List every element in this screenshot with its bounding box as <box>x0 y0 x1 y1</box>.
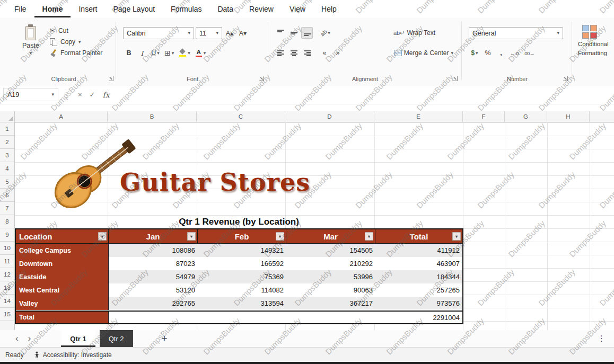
enter-button[interactable]: ✓ <box>86 91 99 99</box>
comma-style-button[interactable]: , <box>495 47 507 59</box>
add-sheet-button[interactable]: + <box>162 333 168 344</box>
column-header-c[interactable]: C <box>197 111 285 122</box>
row-header-15[interactable]: 15 <box>0 308 14 321</box>
align-left-button[interactable] <box>275 47 286 59</box>
value-cell[interactable]: 210292 <box>286 257 375 270</box>
value-cell[interactable]: 463907 <box>375 257 462 270</box>
decrease-font-size-button[interactable]: A▾ <box>237 28 249 39</box>
value-cell[interactable]: 411912 <box>375 244 462 257</box>
location-cell[interactable]: Downtown <box>16 257 109 270</box>
wrap-text-button[interactable]: ab↵ Wrap Text <box>393 27 435 39</box>
row-header-14[interactable]: 14 <box>0 295 14 308</box>
row-header-4[interactable]: 4 <box>0 162 14 175</box>
value-cell[interactable]: 257265 <box>375 283 462 297</box>
tab-strip-more-icon[interactable]: ⋮ <box>598 334 606 343</box>
total-label-cell[interactable]: Total <box>16 312 109 323</box>
value-cell[interactable]: 367217 <box>286 297 375 310</box>
value-cell[interactable]: 53996 <box>286 270 375 283</box>
cut-button[interactable]: ✂ Cut <box>50 27 102 34</box>
value-cell[interactable]: 166592 <box>198 257 286 270</box>
increase-indent-button[interactable]: » <box>332 47 344 59</box>
mar-filter-button[interactable]: ▾ <box>365 232 373 241</box>
name-box[interactable]: A19 ▾ <box>3 88 58 101</box>
bold-button[interactable]: B <box>123 47 135 59</box>
accounting-format-button[interactable]: $ ▾ <box>469 47 480 59</box>
format-painter-button[interactable]: Format Painter <box>50 49 102 57</box>
column-header-partial[interactable] <box>590 111 614 122</box>
location-cell[interactable]: Valley <box>16 297 109 310</box>
tab-view[interactable]: View <box>282 0 313 17</box>
align-bottom-button[interactable] <box>301 27 313 39</box>
column-header-h[interactable]: H <box>547 111 590 122</box>
decrease-indent-button[interactable]: « <box>319 47 330 59</box>
value-cell[interactable]: 313594 <box>198 297 286 310</box>
column-header-a[interactable]: A <box>15 111 108 122</box>
copy-button[interactable]: Copy ▾ <box>50 38 102 46</box>
location-filter-button[interactable]: ▾ <box>98 232 107 241</box>
underline-button[interactable]: U ▾ <box>150 47 161 59</box>
header-cell-total[interactable]: Total ▾ <box>375 229 462 243</box>
row-header-10[interactable]: 10 <box>0 242 14 255</box>
sheet-tab-qtr1[interactable]: Qtr 1 <box>61 330 95 347</box>
select-all-button[interactable] <box>0 111 15 122</box>
increase-font-size-button[interactable]: A▴ <box>224 28 235 39</box>
merge-center-button[interactable]: Merge & Center ▾ <box>394 47 453 59</box>
value-cell[interactable]: 54979 <box>109 270 198 283</box>
row-header-9[interactable]: 9 <box>0 228 14 242</box>
row-header-6[interactable]: 6 <box>0 189 14 202</box>
formula-input[interactable] <box>113 88 614 101</box>
value-cell[interactable] <box>198 312 286 323</box>
value-cell[interactable]: 149321 <box>198 244 286 257</box>
row-header-8[interactable]: 8 <box>0 215 14 228</box>
decrease-decimal-button[interactable]: .00→ <box>522 47 536 59</box>
column-header-f[interactable]: F <box>463 111 505 122</box>
location-cell[interactable]: West Central <box>16 283 109 297</box>
value-cell[interactable] <box>286 312 375 323</box>
column-header-b[interactable]: B <box>108 111 197 122</box>
column-header-g[interactable]: G <box>505 111 547 122</box>
accessibility-status[interactable]: Accessibility: Investigate <box>33 351 112 359</box>
align-top-button[interactable] <box>275 27 286 39</box>
location-cell[interactable]: College Campus <box>16 244 109 257</box>
tab-review[interactable]: Review <box>241 0 282 17</box>
column-header-d[interactable]: D <box>285 111 374 122</box>
paste-button[interactable]: Paste ▾ <box>17 26 45 56</box>
value-cell[interactable]: 90063 <box>286 283 375 297</box>
value-cell[interactable]: 973576 <box>375 297 462 310</box>
number-format-select[interactable]: General ▾ <box>469 27 563 39</box>
row-header-5[interactable]: 5 <box>0 175 14 189</box>
location-cell[interactable]: Eastside <box>16 270 109 283</box>
value-cell[interactable]: 75369 <box>198 270 286 283</box>
italic-button[interactable]: I <box>136 47 148 59</box>
orientation-button[interactable]: ab ▾ <box>319 27 332 39</box>
header-cell-mar[interactable]: Mar ▾ <box>286 229 375 243</box>
row-header-2[interactable]: 2 <box>0 136 14 149</box>
feb-filter-button[interactable]: ▾ <box>276 232 284 241</box>
sheet-tab-qtr2[interactable]: Qtr 2 <box>100 330 133 347</box>
value-cell[interactable]: 87023 <box>109 257 198 270</box>
header-cell-feb[interactable]: Feb ▾ <box>198 229 286 243</box>
sheet-nav-left-icon[interactable]: ‹ <box>13 333 21 344</box>
fill-color-button[interactable]: ▾ <box>177 47 192 59</box>
grand-total-cell[interactable]: 2291004 <box>375 312 462 323</box>
cells-grid[interactable]: Guitar Stores Qtr 1 Revenue (by Location… <box>15 122 614 330</box>
number-dialog-launcher-icon[interactable] <box>563 76 568 81</box>
align-middle-button[interactable] <box>288 27 300 39</box>
value-cell[interactable]: 108086 <box>109 244 198 257</box>
align-center-button[interactable] <box>288 47 300 59</box>
tab-insert[interactable]: Insert <box>71 0 105 17</box>
row-header-12[interactable]: 12 <box>0 268 14 281</box>
total-filter-button[interactable]: ▾ <box>452 232 461 241</box>
value-cell[interactable] <box>109 312 198 323</box>
increase-decimal-button[interactable]: ←.0 <box>508 47 520 59</box>
header-cell-jan[interactable]: Jan ▾ <box>109 229 198 243</box>
tab-formulas[interactable]: Formulas <box>163 0 209 17</box>
jan-filter-button[interactable]: ▾ <box>187 232 196 241</box>
logo-text[interactable]: Guitar Stores <box>120 168 310 197</box>
align-right-button[interactable] <box>301 47 313 59</box>
clipboard-dialog-launcher-icon[interactable] <box>109 76 113 81</box>
row-header-7[interactable]: 7 <box>0 202 14 215</box>
percent-style-button[interactable]: % <box>482 47 494 59</box>
sheet-nav-right-icon[interactable]: › <box>25 333 34 344</box>
row-header-3[interactable]: 3 <box>0 149 14 162</box>
